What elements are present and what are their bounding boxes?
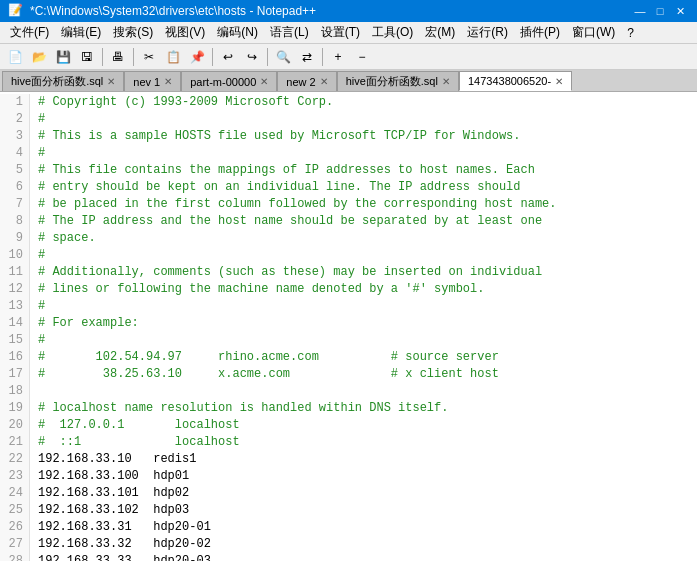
menu-item[interactable]: 编辑(E) <box>55 22 107 43</box>
table-row: 28192.168.33.33 hdp20-03 <box>0 553 697 561</box>
table-row: 5# This file contains the mappings of IP… <box>0 162 697 179</box>
maximize-button[interactable]: □ <box>651 3 669 19</box>
table-row: 27192.168.33.32 hdp20-02 <box>0 536 697 553</box>
line-number: 6 <box>0 179 30 196</box>
line-content[interactable]: # For example: <box>30 315 139 332</box>
menu-item[interactable]: 窗口(W) <box>566 22 621 43</box>
table-row: 10# <box>0 247 697 264</box>
window-title: *C:\Windows\System32\drivers\etc\hosts -… <box>30 4 631 18</box>
line-content[interactable]: # This is a sample HOSTS file used by Mi… <box>30 128 520 145</box>
tab-2[interactable]: part-m-00000✕ <box>181 71 277 91</box>
table-row: 8# The IP address and the host name shou… <box>0 213 697 230</box>
menu-item[interactable]: 工具(O) <box>366 22 419 43</box>
redo-button[interactable]: ↪ <box>241 46 263 68</box>
menu-item[interactable]: 运行(R) <box>461 22 514 43</box>
tab-1[interactable]: nev 1✕ <box>124 71 181 91</box>
table-row: 3# This is a sample HOSTS file used by M… <box>0 128 697 145</box>
line-content[interactable]: 192.168.33.100 hdp01 <box>30 468 189 485</box>
new-button[interactable]: 📄 <box>4 46 26 68</box>
tab-close-icon[interactable]: ✕ <box>107 76 115 87</box>
editor[interactable]: 1# Copyright (c) 1993-2009 Microsoft Cor… <box>0 92 697 561</box>
line-number: 17 <box>0 366 30 383</box>
line-number: 5 <box>0 162 30 179</box>
table-row: 9# space. <box>0 230 697 247</box>
tab-close-icon[interactable]: ✕ <box>442 76 450 87</box>
line-content[interactable]: # <box>30 111 45 128</box>
table-row: 18 <box>0 383 697 400</box>
line-number: 21 <box>0 434 30 451</box>
line-content[interactable]: # be placed in the first column followed… <box>30 196 556 213</box>
line-content[interactable]: # localhost name resolution is handled w… <box>30 400 448 417</box>
paste-button[interactable]: 📌 <box>186 46 208 68</box>
tab-close-icon[interactable]: ✕ <box>555 76 563 87</box>
tab-label: hive面分析函数.sql <box>11 74 103 89</box>
line-content[interactable]: 192.168.33.31 hdp20-01 <box>30 519 211 536</box>
line-content[interactable]: # lines or following the machine name de… <box>30 281 484 298</box>
line-number: 19 <box>0 400 30 417</box>
line-content[interactable]: # <box>30 247 45 264</box>
menu-item[interactable]: 文件(F) <box>4 22 55 43</box>
tab-3[interactable]: new 2✕ <box>277 71 336 91</box>
undo-button[interactable]: ↩ <box>217 46 239 68</box>
line-content[interactable]: 192.168.33.101 hdp02 <box>30 485 189 502</box>
line-content[interactable]: # This file contains the mappings of IP … <box>30 162 535 179</box>
line-content[interactable]: # 127.0.0.1 localhost <box>30 417 240 434</box>
open-button[interactable]: 📂 <box>28 46 50 68</box>
table-row: 20# 127.0.0.1 localhost <box>0 417 697 434</box>
line-content[interactable]: # <box>30 145 45 162</box>
menu-item[interactable]: 语言(L) <box>264 22 315 43</box>
menu-item[interactable]: 视图(V) <box>159 22 211 43</box>
menu-item[interactable]: 搜索(S) <box>107 22 159 43</box>
table-row: 15# <box>0 332 697 349</box>
tab-5[interactable]: 1473438006520-✕ <box>459 71 572 91</box>
line-content[interactable]: # Additionally, comments (such as these)… <box>30 264 542 281</box>
line-content[interactable]: # space. <box>30 230 96 247</box>
line-content[interactable]: # ::1 localhost <box>30 434 240 451</box>
line-content[interactable]: 192.168.33.10 redis1 <box>30 451 196 468</box>
cut-button[interactable]: ✂ <box>138 46 160 68</box>
line-content[interactable]: # 102.54.94.97 rhino.acme.com # source s… <box>30 349 499 366</box>
line-number: 16 <box>0 349 30 366</box>
line-content[interactable]: 192.168.33.32 hdp20-02 <box>30 536 211 553</box>
menu-item[interactable]: 编码(N) <box>211 22 264 43</box>
save-button[interactable]: 💾 <box>52 46 74 68</box>
zoom-out-button[interactable]: − <box>351 46 373 68</box>
line-content[interactable]: # 38.25.63.10 x.acme.com # x client host <box>30 366 499 383</box>
tab-close-icon[interactable]: ✕ <box>320 76 328 87</box>
title-bar: 📝 *C:\Windows\System32\drivers\etc\hosts… <box>0 0 697 22</box>
print-button[interactable]: 🖶 <box>107 46 129 68</box>
separator-4 <box>267 48 268 66</box>
menu-item[interactable]: 设置(T) <box>315 22 366 43</box>
find-button[interactable]: 🔍 <box>272 46 294 68</box>
table-row: 17# 38.25.63.10 x.acme.com # x client ho… <box>0 366 697 383</box>
minimize-button[interactable]: — <box>631 3 649 19</box>
tab-4[interactable]: hive面分析函数.sql✕ <box>337 71 459 91</box>
tab-close-icon[interactable]: ✕ <box>164 76 172 87</box>
line-content[interactable]: # <box>30 298 45 315</box>
menu-item[interactable]: ? <box>621 24 640 42</box>
line-content[interactable]: 192.168.33.33 hdp20-03 <box>30 553 211 561</box>
zoom-in-button[interactable]: + <box>327 46 349 68</box>
line-content[interactable]: 192.168.33.102 hdp03 <box>30 502 189 519</box>
line-number: 27 <box>0 536 30 553</box>
tab-label: 1473438006520- <box>468 75 551 87</box>
line-content[interactable]: # entry should be kept on an individual … <box>30 179 520 196</box>
line-content[interactable]: # <box>30 332 45 349</box>
save-all-button[interactable]: 🖫 <box>76 46 98 68</box>
replace-button[interactable]: ⇄ <box>296 46 318 68</box>
tab-close-icon[interactable]: ✕ <box>260 76 268 87</box>
line-content[interactable]: # Copyright (c) 1993-2009 Microsoft Corp… <box>30 94 333 111</box>
line-number: 23 <box>0 468 30 485</box>
table-row: 13# <box>0 298 697 315</box>
tab-0[interactable]: hive面分析函数.sql✕ <box>2 71 124 91</box>
copy-button[interactable]: 📋 <box>162 46 184 68</box>
line-content[interactable]: # The IP address and the host name shoul… <box>30 213 542 230</box>
table-row: 1# Copyright (c) 1993-2009 Microsoft Cor… <box>0 94 697 111</box>
close-button[interactable]: ✕ <box>671 3 689 19</box>
tab-label: new 2 <box>286 76 315 88</box>
separator-2 <box>133 48 134 66</box>
menu-item[interactable]: 宏(M) <box>419 22 461 43</box>
table-row: 22192.168.33.10 redis1 <box>0 451 697 468</box>
menu-item[interactable]: 插件(P) <box>514 22 566 43</box>
line-content[interactable] <box>30 383 38 400</box>
